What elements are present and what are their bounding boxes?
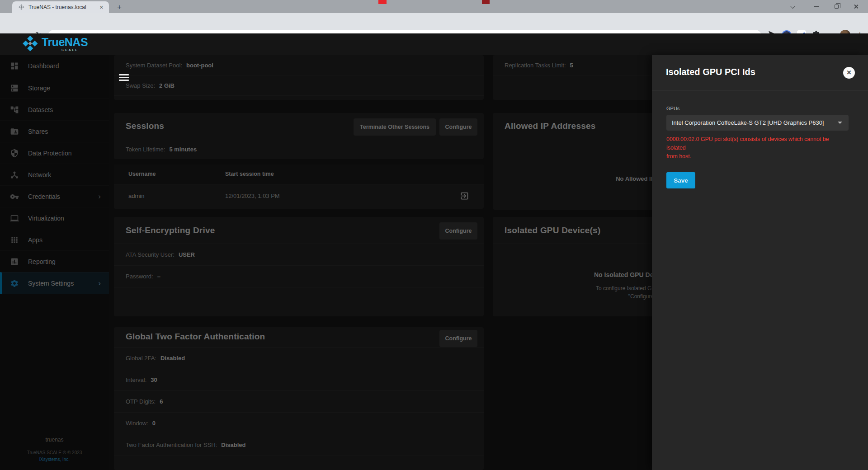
tab-title: TrueNAS - truenas.local xyxy=(28,4,98,10)
window-restore-icon[interactable] xyxy=(829,0,844,13)
window-dropdown-icon[interactable] xyxy=(786,0,801,13)
tab-close-icon[interactable]: ✕ xyxy=(98,4,105,11)
save-button[interactable]: Save xyxy=(666,172,695,188)
sidenav-toggle-icon[interactable] xyxy=(119,74,129,81)
gpus-field-label: GPUs xyxy=(666,106,868,111)
browser-tab-strip: TrueNAS - truenas.local ✕ + xyxy=(0,0,868,13)
browser-toolbar: ← → ↻ Not secure truenas.local/ui/system… xyxy=(0,13,868,33)
gpu-isolation-error: 0000:00:02.0 GPU pci slot(s) consists of… xyxy=(666,135,849,161)
window-close-icon[interactable] xyxy=(848,0,863,13)
close-icon[interactable]: ✕ xyxy=(843,67,855,79)
truenas-logo[interactable]: TrueNAS SCALE xyxy=(21,36,88,52)
browser-tab[interactable]: TrueNAS - truenas.local ✕ xyxy=(12,1,109,13)
recording-indicator-dim xyxy=(482,0,490,4)
brand-name: TrueNAS xyxy=(42,37,88,48)
recording-indicator xyxy=(378,0,387,4)
drawer-title: Isolated GPU PCI Ids xyxy=(666,67,755,77)
truenas-logo-icon xyxy=(21,36,38,52)
window-minimize-icon[interactable] xyxy=(809,0,824,13)
gpus-selected-value: Intel Corporation CoffeeLake-S GT2 [UHD … xyxy=(672,119,834,126)
truenas-favicon xyxy=(18,4,25,11)
chevron-down-icon xyxy=(838,122,842,124)
drawer-header: Isolated GPU PCI Ids ✕ xyxy=(652,55,868,90)
brand-subtitle: SCALE xyxy=(42,48,88,52)
new-tab-button[interactable]: + xyxy=(114,2,125,12)
isolated-gpu-drawer: Isolated GPU PCI Ids ✕ GPUs Intel Corpor… xyxy=(652,55,868,470)
truenas-header: TrueNAS SCALE iX systems ™ xyxy=(0,33,868,55)
gpus-select[interactable]: Intel Corporation CoffeeLake-S GT2 [UHD … xyxy=(666,115,849,131)
